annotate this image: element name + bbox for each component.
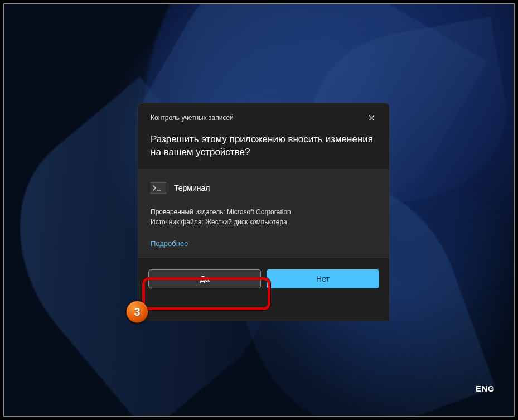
source-label: Источник файла: <box>151 218 204 226</box>
uac-title: Контроль учетных записей <box>151 114 234 122</box>
publisher-value: Microsoft Corporation <box>227 208 291 216</box>
terminal-icon <box>151 181 166 195</box>
app-name: Терминал <box>174 184 210 192</box>
close-button[interactable] <box>362 110 380 125</box>
uac-button-row: Да Нет <box>138 258 389 321</box>
show-more-link[interactable]: Подробнее <box>151 239 188 248</box>
source-value: Жесткий диск компьютера <box>205 218 287 226</box>
uac-info-panel: Терминал Проверенный издатель: Microsoft… <box>138 169 389 258</box>
uac-header: Контроль учетных записей <box>138 103 389 130</box>
publisher-line: Проверенный издатель: Microsoft Corporat… <box>151 207 377 217</box>
app-row: Терминал <box>151 181 377 195</box>
publisher-label: Проверенный издатель: <box>151 208 225 216</box>
uac-dialog: Контроль учетных записей Разрешить этому… <box>138 103 390 321</box>
svg-rect-0 <box>151 182 166 194</box>
close-icon <box>369 115 375 121</box>
uac-question: Разрешить этому приложению вносить измен… <box>138 130 389 169</box>
desktop-frame: Контроль учетных записей Разрешить этому… <box>3 3 515 417</box>
svg-rect-1 <box>157 190 161 191</box>
language-indicator[interactable]: ENG <box>476 384 495 393</box>
no-button[interactable]: Нет <box>267 269 379 288</box>
yes-button[interactable]: Да <box>148 269 261 288</box>
source-line: Источник файла: Жесткий диск компьютера <box>151 217 377 227</box>
